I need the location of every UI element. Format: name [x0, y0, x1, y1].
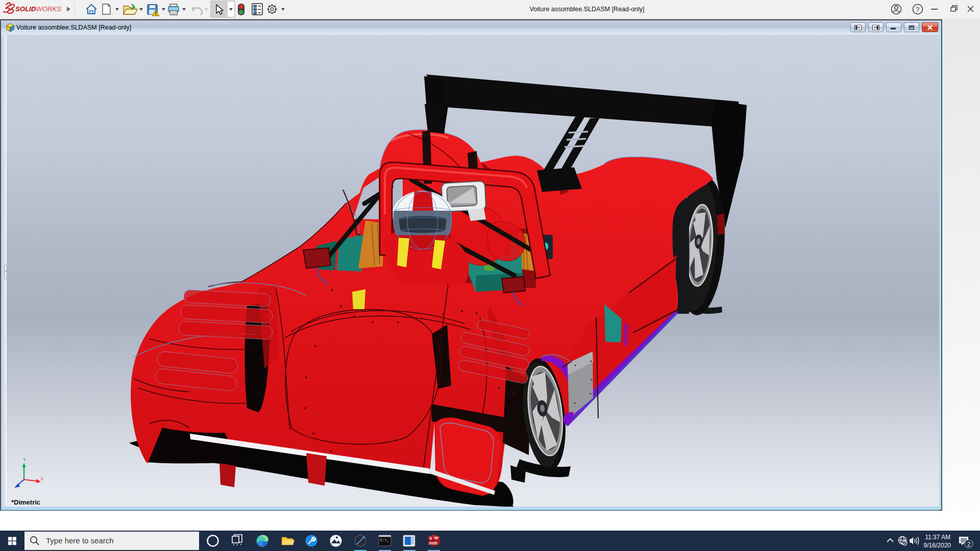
svg-text:W: W	[434, 536, 438, 540]
svg-text:9/16/2020: 9/16/2020	[924, 542, 951, 549]
svg-text:SOLIDWORKS: SOLIDWORKS	[15, 5, 61, 13]
svg-text:x: x	[41, 476, 43, 481]
svg-text:C:\_: C:\_	[380, 538, 389, 542]
svg-text:Y: Y	[23, 457, 26, 462]
svg-text:?: ?	[916, 6, 920, 13]
svg-text:S: S	[429, 536, 432, 541]
svg-text:11:37 AM: 11:37 AM	[925, 534, 950, 541]
svg-text:2020: 2020	[429, 541, 437, 545]
svg-text:2: 2	[967, 541, 971, 548]
